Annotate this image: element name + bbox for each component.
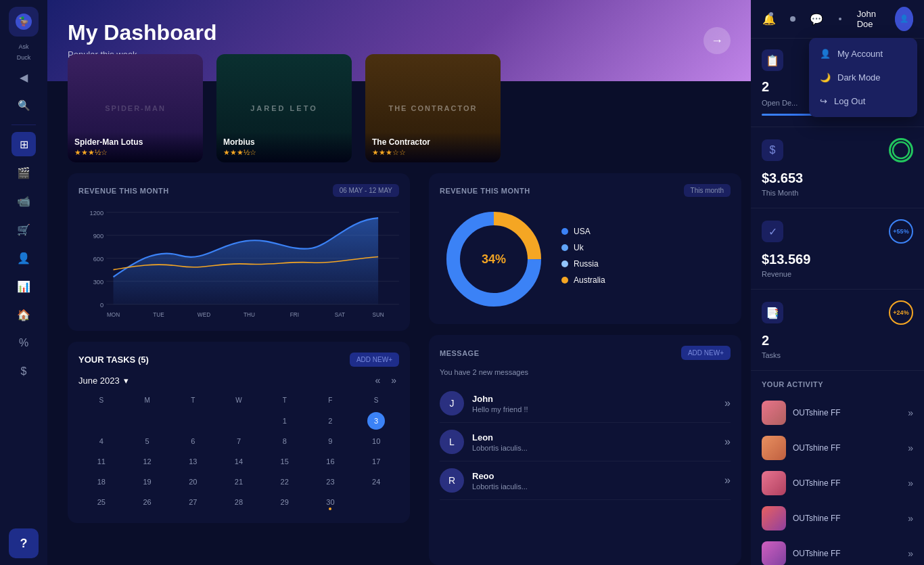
user-name: John Doe (857, 9, 885, 29)
help-button[interactable]: ? (9, 528, 39, 558)
dropdown-my-account[interactable]: 👤 My Account (809, 42, 917, 66)
cal-day-10[interactable]: 10 (367, 432, 385, 450)
activity-arrow-3[interactable]: » (908, 513, 913, 524)
movie-card-0[interactable]: SPIDER-MAN Spider-Man Lotus ★★★½☆ (68, 54, 203, 162)
cal-day-17[interactable]: 17 (367, 453, 385, 470)
svg-text:34%: 34% (482, 252, 506, 266)
activity-item-4[interactable]: OUTshine FF » (762, 536, 913, 565)
cal-day-3[interactable]: 3 (367, 412, 385, 430)
cal-day-27[interactable]: 27 (184, 493, 202, 511)
user-avatar[interactable]: 👤 (895, 7, 913, 31)
cal-day-6[interactable]: 6 (184, 432, 202, 450)
activity-name-0: OUTshine FF (793, 408, 901, 417)
cal-day-28[interactable]: 28 (230, 493, 248, 511)
cal-day-14[interactable]: 14 (230, 453, 248, 470)
cal-day-2[interactable]: 2 (321, 412, 339, 430)
sidebar-item-finance[interactable]: $ (11, 359, 36, 384)
messages-add-new-button[interactable]: ADD NEW+ (681, 346, 731, 360)
activity-arrow-0[interactable]: » (908, 407, 913, 418)
cal-day-19[interactable]: 19 (139, 473, 156, 491)
calendar-month-label: June 2023 (78, 376, 120, 386)
stat-value-total-revenue: $13.569 (762, 252, 913, 267)
msg-text-0: Hello my friend !! (472, 405, 716, 413)
svg-text:THU: THU (244, 311, 255, 318)
stat-icon-dollar: $ (762, 139, 783, 161)
cal-head-fri: F (308, 394, 354, 407)
svg-text:TUE: TUE (153, 311, 164, 318)
calendar-month-selector[interactable]: June 2023 ▾ (78, 376, 129, 386)
cal-day-26[interactable]: 26 (139, 493, 156, 511)
hero-next-arrow[interactable]: → (703, 27, 731, 54)
activity-item-2[interactable]: OUTshine FF » (762, 466, 913, 501)
legend-usa: USA (561, 227, 731, 236)
activity-item-3[interactable]: OUTshine FF » (762, 501, 913, 536)
cal-day-21[interactable]: 21 (230, 473, 248, 491)
sidebar-item-analytics[interactable]: 📊 (11, 274, 36, 298)
sidebar-item-dashboard[interactable]: ⊞ (11, 132, 36, 156)
cal-day-12[interactable]: 12 (139, 453, 156, 470)
more-dots (833, 9, 848, 28)
activity-item-0[interactable]: OUTshine FF » (762, 395, 913, 430)
cal-day-9[interactable]: 9 (321, 432, 339, 450)
cal-day-15[interactable]: 15 (276, 453, 294, 470)
sidebar-item-percent[interactable]: % (11, 331, 36, 355)
cal-day-24[interactable]: 24 (367, 473, 385, 491)
top-bar: 🔔 💬 John Doe 👤 (751, 0, 924, 39)
message-item-0[interactable]: J John Hello my friend !! » (440, 384, 731, 423)
cal-head-tue: T (170, 394, 216, 407)
movie-card-2[interactable]: THE CONTRACTOR The Contractor ★★★☆☆ (365, 54, 501, 162)
sidebar-item-video[interactable]: 📹 (11, 189, 36, 213)
movie-card-1[interactable]: JARED LETO Morbius ★★★½☆ (216, 54, 352, 162)
msg-arrow-1[interactable]: » (724, 436, 731, 448)
activity-arrow-1[interactable]: » (908, 443, 913, 453)
cal-day-30[interactable]: 30 (321, 493, 339, 511)
cal-day-13[interactable]: 13 (184, 453, 202, 470)
legend-label-usa: USA (574, 227, 591, 236)
svg-text:900: 900 (93, 232, 103, 240)
sidebar-collapse-btn[interactable]: ◀ (11, 65, 36, 89)
cal-day-11[interactable]: 11 (93, 453, 110, 470)
sidebar-item-shop[interactable]: 🛒 (11, 217, 36, 242)
calendar-prev-btn[interactable]: « (372, 374, 383, 387)
log-out-label: Log Out (834, 96, 865, 106)
cal-day-22[interactable]: 22 (276, 473, 294, 491)
stat-label-total-revenue: Revenue (762, 270, 913, 278)
chat-icon[interactable]: 💬 (809, 9, 823, 28)
cal-head-sat: S (353, 394, 399, 407)
dark-mode-icon: 🌙 (820, 72, 831, 83)
tasks-card: YOUR TASKS (5) ADD NEW+ June 2023 ▾ « » (68, 342, 410, 523)
revenue-map-title: REVENUE THIS MONTH (440, 187, 530, 195)
msg-arrow-0[interactable]: » (724, 397, 731, 409)
cal-day-1[interactable]: 1 (276, 412, 294, 430)
cal-day-5[interactable]: 5 (139, 432, 156, 450)
dropdown-dark-mode[interactable]: 🌙 Dark Mode (809, 66, 917, 89)
msg-arrow-2[interactable]: » (724, 474, 731, 487)
cal-day-7[interactable]: 7 (230, 432, 248, 450)
dropdown-log-out[interactable]: ↪ Log Out (809, 89, 917, 113)
cal-day-23[interactable]: 23 (321, 473, 339, 491)
cal-day-4[interactable]: 4 (93, 432, 110, 450)
cal-day-18[interactable]: 18 (93, 473, 110, 491)
cal-day-8[interactable]: 8 (276, 432, 294, 450)
sidebar-search-btn[interactable]: 🔍 (11, 93, 36, 118)
sidebar-item-movies[interactable]: 🎬 (11, 160, 36, 185)
notification-bell-icon[interactable]: 🔔 (762, 9, 776, 28)
activity-arrow-4[interactable]: » (908, 548, 913, 559)
calendar-next-btn[interactable]: » (388, 374, 399, 387)
cal-day-25[interactable]: 25 (93, 493, 110, 511)
svg-text:👤: 👤 (900, 14, 909, 23)
legend-label-australia: Australia (574, 275, 605, 285)
cal-day-29[interactable]: 29 (276, 493, 294, 511)
activity-item-1[interactable]: OUTshine FF » (762, 430, 913, 466)
cal-day-16[interactable]: 16 (321, 453, 339, 470)
svg-text:🦆: 🦆 (18, 16, 30, 27)
revenue-map-period: This month (684, 184, 731, 197)
sidebar-item-home[interactable]: 🏠 (11, 302, 36, 327)
message-item-2[interactable]: R Reoo Lobortis iaculis... » (440, 461, 731, 500)
sidebar-item-user[interactable]: 👤 (11, 246, 36, 270)
stat-card-revenue-month: $ $3.653 This Month (751, 127, 924, 208)
cal-day-20[interactable]: 20 (184, 473, 202, 491)
message-item-1[interactable]: L Leon Lobortis iaculis... » (440, 423, 731, 461)
tasks-add-new-button[interactable]: ADD NEW+ (350, 353, 399, 367)
activity-arrow-2[interactable]: » (908, 478, 913, 489)
